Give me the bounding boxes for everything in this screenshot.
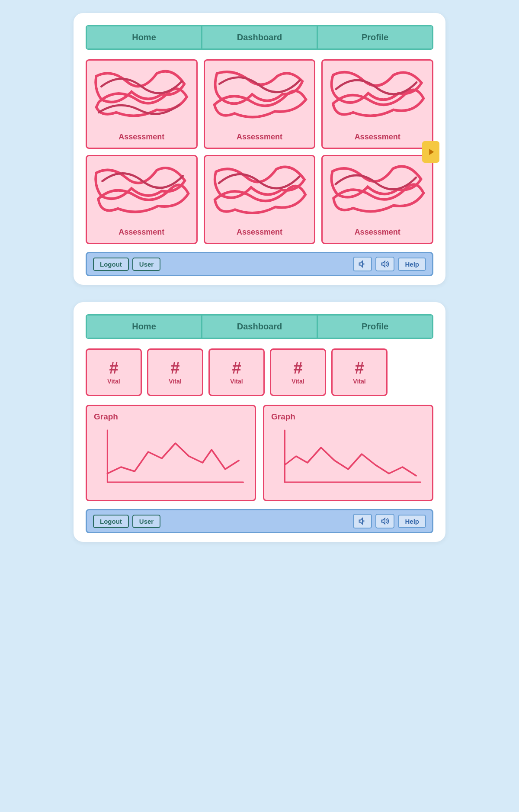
nav-profile-1[interactable]: Profile xyxy=(318,26,432,48)
assessment-card-4[interactable]: Assessment xyxy=(86,155,198,245)
volume-up-button-2[interactable] xyxy=(375,514,394,528)
vital-card-1[interactable]: # Vital xyxy=(86,348,142,396)
vital-label-5: Vital xyxy=(353,378,365,385)
svg-marker-8 xyxy=(359,519,363,524)
vital-card-4[interactable]: # Vital xyxy=(270,348,326,396)
assessment-card-3[interactable]: Assessment xyxy=(321,59,433,149)
assessment-card-5[interactable]: Assessment xyxy=(204,155,316,245)
scribble-1 xyxy=(91,66,192,128)
footer-bar-2: Logout User Help xyxy=(86,509,433,533)
scribble-2 xyxy=(209,66,310,128)
graph-title-2: Graph xyxy=(271,412,425,422)
assessment-label-5: Assessment xyxy=(237,228,282,237)
assessment-label-3: Assessment xyxy=(355,132,400,142)
nav-home-1[interactable]: Home xyxy=(87,26,202,48)
nav-profile-2[interactable]: Profile xyxy=(318,316,432,338)
vital-label-1: Vital xyxy=(107,378,120,385)
vital-label-4: Vital xyxy=(292,378,304,385)
vital-hash-5: # xyxy=(355,360,364,376)
vital-hash-4: # xyxy=(293,360,302,376)
svg-marker-3 xyxy=(382,261,385,267)
vital-card-3[interactable]: # Vital xyxy=(208,348,265,396)
footer-bar-1: Logout User Help xyxy=(86,252,433,276)
vital-label-2: Vital xyxy=(169,378,181,385)
scribble-5 xyxy=(209,161,310,224)
assessment-label-2: Assessment xyxy=(237,132,282,142)
graph-area-2 xyxy=(271,426,425,493)
graph-area-1 xyxy=(94,426,248,493)
nav-dashboard-1[interactable]: Dashboard xyxy=(202,26,318,48)
vitals-row: # Vital # Vital # Vital # Vital # Vital xyxy=(86,348,433,396)
vital-hash-2: # xyxy=(170,360,179,376)
user-button-1[interactable]: User xyxy=(132,258,160,271)
svg-marker-10 xyxy=(382,519,385,524)
graph-card-2[interactable]: Graph xyxy=(263,405,433,501)
nav-bar-2: Home Dashboard Profile xyxy=(86,314,433,339)
assessment-card-2[interactable]: Assessment xyxy=(204,59,316,149)
volume-down-button-1[interactable] xyxy=(353,257,372,271)
scribble-3 xyxy=(327,66,428,128)
graph-card-1[interactable]: Graph xyxy=(86,405,256,501)
help-button-2[interactable]: Help xyxy=(398,515,426,528)
user-button-2[interactable]: User xyxy=(132,515,160,528)
logout-button-2[interactable]: Logout xyxy=(93,515,129,528)
svg-marker-0 xyxy=(429,148,434,155)
assessment-grid: Assessment Assessment Assessment xyxy=(86,59,433,244)
svg-marker-1 xyxy=(359,261,363,267)
graph-title-1: Graph xyxy=(94,412,248,422)
footer-right-2: Help xyxy=(353,514,426,528)
scribble-6 xyxy=(327,161,428,224)
vital-card-2[interactable]: # Vital xyxy=(147,348,203,396)
nav-bar-1: Home Dashboard Profile xyxy=(86,25,433,50)
scribble-4 xyxy=(91,161,192,224)
graphs-row: Graph Graph xyxy=(86,405,433,501)
vital-card-5[interactable]: # Vital xyxy=(331,348,388,396)
footer-left-1: Logout User xyxy=(93,258,160,271)
card-dashboard: Home Dashboard Profile # Vital # Vital #… xyxy=(74,302,445,542)
nav-dashboard-2[interactable]: Dashboard xyxy=(202,316,318,338)
logout-button-1[interactable]: Logout xyxy=(93,258,129,271)
next-arrow-button[interactable] xyxy=(422,141,439,163)
volume-down-button-2[interactable] xyxy=(353,514,372,528)
footer-right-1: Help xyxy=(353,257,426,271)
nav-home-2[interactable]: Home xyxy=(87,316,202,338)
card-assessments: Home Dashboard Profile Assessment xyxy=(74,13,445,285)
assessment-label-6: Assessment xyxy=(355,228,400,237)
vital-hash-1: # xyxy=(109,360,118,376)
assessment-card-6[interactable]: Assessment xyxy=(321,155,433,245)
volume-up-button-1[interactable] xyxy=(375,257,394,271)
assessment-card-1[interactable]: Assessment xyxy=(86,59,198,149)
vital-hash-3: # xyxy=(232,360,241,376)
footer-left-2: Logout User xyxy=(93,515,160,528)
assessment-label-1: Assessment xyxy=(119,132,164,142)
help-button-1[interactable]: Help xyxy=(398,258,426,271)
vital-label-3: Vital xyxy=(230,378,243,385)
assessment-label-4: Assessment xyxy=(119,228,164,237)
